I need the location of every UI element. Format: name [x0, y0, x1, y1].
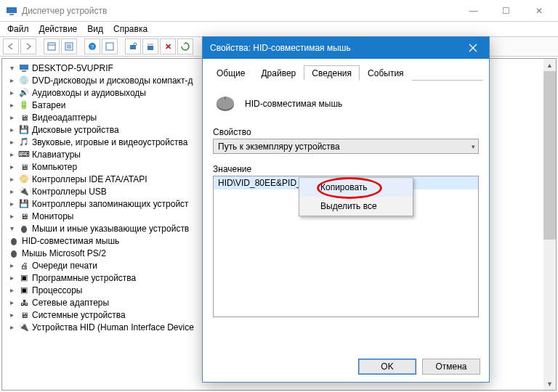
chevron-right-icon[interactable]: ▸ [8, 187, 16, 195]
mouse-icon [18, 224, 30, 234]
toolbar-btn-4[interactable] [102, 38, 118, 54]
tree-item-label: Контроллеры запоминающих устройст [32, 199, 189, 209]
chevron-right-icon[interactable]: ▸ [8, 298, 16, 306]
device-icon: 🖥 [18, 310, 30, 320]
tree-item-label: Видеоадаптеры [32, 113, 97, 123]
scrollbar[interactable]: ▲ ▼ [543, 59, 556, 390]
svg-text:?: ? [91, 44, 94, 50]
back-button[interactable] [3, 38, 19, 54]
device-icon: 🖧 [18, 298, 30, 308]
dialog-titlebar[interactable]: Свойства: HID-совместимая мышь [203, 37, 489, 59]
chevron-down-icon: ▾ [472, 143, 475, 150]
device-icon: 📀 [18, 174, 30, 184]
minimize-button[interactable]: — [457, 0, 490, 21]
property-value: Путь к экземпляру устройства [218, 142, 340, 152]
tab-general[interactable]: Общие [209, 65, 253, 81]
scroll-down-icon[interactable]: ▼ [543, 377, 556, 390]
scan-button[interactable] [125, 38, 141, 54]
tab-events[interactable]: События [360, 65, 412, 81]
tree-item-label: Батареи [32, 100, 65, 110]
chevron-right-icon[interactable]: ▸ [8, 150, 16, 158]
cancel-button[interactable]: Отмена [422, 359, 480, 375]
help-button[interactable]: ? [84, 38, 100, 54]
property-combobox[interactable]: Путь к экземпляру устройства ▾ [213, 139, 479, 154]
chevron-right-icon[interactable]: ▸ [8, 76, 16, 84]
svg-rect-14 [20, 65, 28, 70]
chevron-right-icon[interactable]: ▸ [8, 138, 16, 146]
chevron-right-icon[interactable]: ▸ [8, 126, 16, 134]
ctx-select-all[interactable]: Выделить все [299, 197, 413, 216]
svg-point-17 [11, 238, 17, 245]
chevron-right-icon[interactable]: ▸ [8, 212, 16, 220]
tree-root-label: DESKTOP-5VUPRIF [32, 63, 113, 73]
tree-item-label: Дисковые устройства [32, 125, 119, 135]
menu-help[interactable]: Справка [113, 24, 147, 34]
device-icon: 🖥 [18, 211, 30, 221]
chevron-right-icon[interactable]: ▸ [8, 89, 16, 97]
device-icon: ⌨ [18, 150, 30, 160]
device-icon: 🔊 [18, 88, 30, 98]
chevron-down-icon[interactable]: ▾ [8, 64, 16, 72]
device-icon: 🔋 [18, 100, 30, 110]
value-label: Значение [213, 164, 479, 174]
chevron-right-icon[interactable]: ▸ [8, 261, 16, 269]
tree-item-label: Мониторы [32, 211, 73, 221]
tree-item-label: Сетевые адаптеры [32, 298, 109, 308]
device-icon: 💿 [18, 75, 30, 86]
menu-file[interactable]: Файл [7, 24, 29, 34]
chevron-right-icon[interactable]: ▸ [8, 323, 16, 331]
tree-child-label: HID-совместимая мышь [22, 236, 119, 246]
chevron-right-icon[interactable]: ▸ [8, 163, 16, 171]
forward-button[interactable] [20, 38, 36, 54]
chevron-right-icon[interactable]: ▸ [8, 311, 16, 319]
toolbar-btn-1[interactable] [44, 38, 60, 54]
tab-details[interactable]: Сведения [304, 65, 360, 81]
titlebar: Диспетчер устройств — ☐ ✕ [0, 0, 558, 22]
chevron-right-icon[interactable]: ▸ [8, 274, 16, 282]
ok-button[interactable]: OK [358, 359, 416, 375]
device-icon: 💾 [18, 125, 30, 135]
close-button[interactable]: ✕ [522, 0, 555, 21]
tree-item-label: Аудиовходы и аудиовыходы [32, 88, 146, 98]
uninstall-button[interactable] [142, 38, 158, 54]
chevron-right-icon[interactable]: ▸ [8, 101, 16, 109]
device-icon: 🔌 [18, 187, 30, 197]
chevron-down-icon[interactable]: ▾ [8, 224, 16, 232]
scroll-thumb[interactable] [543, 71, 556, 240]
scroll-up-icon[interactable]: ▲ [543, 59, 556, 71]
devmgr-icon [6, 5, 17, 17]
tree-item-label: Очереди печати [32, 261, 97, 271]
tree-item-label: Мыши и иные указывающие устройств [32, 224, 189, 234]
svg-rect-1 [9, 14, 14, 15]
chevron-right-icon[interactable]: ▸ [8, 200, 16, 208]
device-icon: 🖥 [18, 162, 30, 172]
chevron-right-icon[interactable]: ▸ [8, 175, 16, 183]
tree-item-label: Контроллеры IDE ATA/ATAPI [32, 174, 147, 184]
device-icon: 🖥 [18, 113, 30, 123]
toolbar-btn-2[interactable] [61, 38, 77, 54]
tree-item-label: DVD-дисководы и дисководы компакт-д [32, 75, 193, 86]
svg-rect-0 [7, 7, 17, 13]
chevron-right-icon[interactable]: ▸ [8, 286, 16, 294]
device-icon: 🖨 [18, 261, 30, 271]
svg-rect-10 [106, 43, 113, 50]
device-icon: 💾 [18, 199, 30, 209]
svg-rect-2 [48, 43, 55, 50]
menu-view[interactable]: Вид [87, 24, 103, 34]
scroll-track[interactable] [543, 71, 556, 377]
tree-child-label: Мышь Microsoft PS/2 [22, 248, 106, 258]
mouse-icon [213, 95, 238, 113]
tab-driver[interactable]: Драйвер [253, 65, 304, 81]
dialog-close-button[interactable] [456, 37, 489, 59]
chevron-right-icon[interactable]: ▸ [8, 113, 16, 121]
computer-icon [18, 63, 30, 73]
menu-action[interactable]: Действие [39, 24, 78, 34]
maximize-button[interactable]: ☐ [490, 0, 522, 21]
svg-rect-15 [22, 70, 26, 72]
disable-button[interactable]: ✕ [160, 38, 176, 54]
tree-item-label: Клавиатуры [32, 150, 81, 160]
window-title: Диспетчер устройств [22, 6, 457, 16]
update-button[interactable] [177, 38, 193, 54]
device-icon: 🔌 [18, 322, 30, 332]
ctx-copy[interactable]: Копировать [299, 178, 413, 197]
